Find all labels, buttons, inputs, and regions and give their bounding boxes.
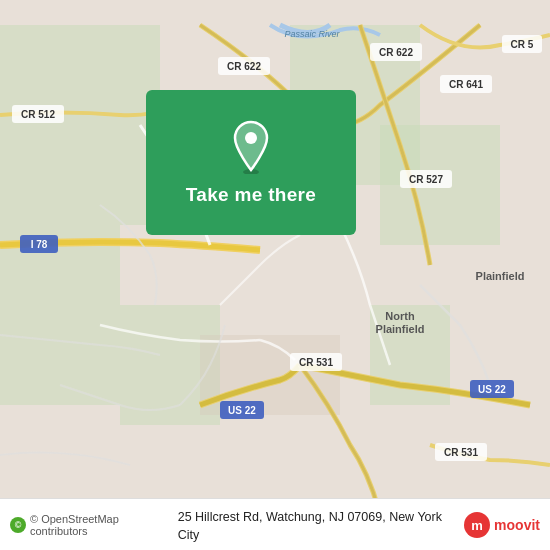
location-pin-icon bbox=[229, 120, 273, 174]
svg-text:US 22: US 22 bbox=[228, 405, 256, 416]
svg-text:I 78: I 78 bbox=[31, 239, 48, 250]
take-me-there-label: Take me there bbox=[186, 184, 316, 206]
moovit-logo-area: m moovit bbox=[464, 512, 540, 538]
svg-text:Passaic River: Passaic River bbox=[284, 29, 340, 39]
svg-text:CR 622: CR 622 bbox=[227, 61, 261, 72]
osm-logo: © bbox=[10, 517, 26, 533]
svg-text:CR 5: CR 5 bbox=[511, 39, 534, 50]
address-area: 25 Hillcrest Rd, Watchung, NJ 07069, New… bbox=[178, 507, 464, 543]
svg-text:Plainfield: Plainfield bbox=[376, 323, 425, 335]
svg-text:Plainfield: Plainfield bbox=[476, 270, 525, 282]
svg-text:m: m bbox=[471, 518, 483, 533]
osm-attribution: © OpenStreetMap contributors bbox=[30, 513, 178, 537]
svg-text:CR 512: CR 512 bbox=[21, 109, 55, 120]
svg-point-34 bbox=[245, 132, 257, 144]
svg-text:CR 622: CR 622 bbox=[379, 47, 413, 58]
moovit-icon: m bbox=[464, 512, 490, 538]
attribution-area: © © OpenStreetMap contributors bbox=[10, 513, 178, 537]
map-svg: CR 512 CR 622 CR 622 CR 5 CR 641 I 78 CR… bbox=[0, 0, 550, 550]
address-text: 25 Hillcrest Rd, Watchung, NJ 07069, New… bbox=[178, 510, 442, 542]
map-container: CR 512 CR 622 CR 622 CR 5 CR 641 I 78 CR… bbox=[0, 0, 550, 550]
svg-text:CR 531: CR 531 bbox=[299, 357, 333, 368]
svg-rect-1 bbox=[0, 225, 120, 405]
moovit-text: moovit bbox=[494, 517, 540, 533]
svg-text:CR 527: CR 527 bbox=[409, 174, 443, 185]
svg-text:US 22: US 22 bbox=[478, 384, 506, 395]
svg-text:North: North bbox=[385, 310, 415, 322]
bottom-bar: © © OpenStreetMap contributors 25 Hillcr… bbox=[0, 498, 550, 550]
svg-text:CR 531: CR 531 bbox=[444, 447, 478, 458]
take-me-there-card[interactable]: Take me there bbox=[146, 90, 356, 235]
svg-rect-0 bbox=[0, 25, 160, 225]
svg-text:CR 641: CR 641 bbox=[449, 79, 483, 90]
